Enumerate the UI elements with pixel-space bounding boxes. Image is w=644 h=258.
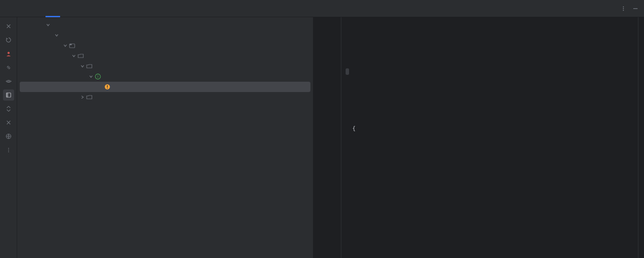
preview-icon[interactable] <box>3 76 14 87</box>
folder-icon <box>86 94 93 101</box>
folder-icon <box>77 52 84 59</box>
svg-text:I: I <box>97 74 99 79</box>
problems-tabbar <box>0 0 644 17</box>
svg-point-4 <box>7 52 9 54</box>
gutter-icons <box>333 17 341 258</box>
svg-point-10 <box>8 150 9 150</box>
code-area[interactable]: { 💡 <box>341 17 638 258</box>
close-icon[interactable] <box>3 21 14 32</box>
svg-point-9 <box>8 148 9 149</box>
chevron-down-icon <box>53 32 60 39</box>
svg-rect-18 <box>107 88 108 89</box>
more-icon[interactable] <box>3 144 14 156</box>
fold-marker[interactable] <box>346 68 349 75</box>
svg-point-1 <box>623 8 624 9</box>
tree-package[interactable] <box>17 51 313 61</box>
svg-rect-7 <box>6 93 8 97</box>
svg-rect-3 <box>633 8 638 9</box>
tab-server-side-analysis[interactable] <box>46 0 60 17</box>
svg-point-5 <box>8 80 9 82</box>
chevron-down-icon <box>62 42 69 49</box>
chevron-down-icon <box>88 73 94 80</box>
tab-project-errors[interactable] <box>33 0 46 17</box>
svg-rect-13 <box>70 44 72 45</box>
svg-point-2 <box>623 9 624 10</box>
tree-category[interactable] <box>17 20 313 30</box>
module-icon <box>69 42 76 49</box>
interface-icon: I <box>94 73 101 80</box>
chevron-down-icon <box>45 22 52 28</box>
user-icon[interactable] <box>3 48 14 59</box>
svg-rect-17 <box>107 85 108 87</box>
chevron-down-icon <box>70 52 77 59</box>
tree-module[interactable] <box>17 40 313 51</box>
collapse-icon[interactable] <box>3 117 14 128</box>
main-area: I { 💡 <box>0 17 644 258</box>
link-icon[interactable] <box>3 62 14 73</box>
export-icon[interactable] <box>3 131 14 142</box>
tab-file[interactable] <box>19 0 33 17</box>
editor-scrollbar[interactable] <box>638 17 644 258</box>
folder-icon <box>86 63 93 70</box>
tree-folder[interactable] <box>17 61 313 71</box>
chevron-down-icon <box>79 63 86 70</box>
tree-issue[interactable] <box>20 82 310 92</box>
problems-tree[interactable]: I <box>17 17 313 258</box>
open-editor-icon[interactable] <box>3 89 14 101</box>
tree-folder[interactable] <box>17 92 313 102</box>
more-options-icon[interactable] <box>618 3 629 14</box>
line-numbers <box>313 17 333 258</box>
tab-problems[interactable] <box>7 0 19 17</box>
svg-point-11 <box>8 151 9 152</box>
tree-inspection[interactable] <box>17 30 313 40</box>
problems-toolbar <box>0 17 17 258</box>
refresh-icon[interactable] <box>3 34 14 46</box>
tree-file[interactable]: I <box>17 71 313 82</box>
expand-icon[interactable] <box>3 103 14 114</box>
tab-vulnerable-dependencies[interactable] <box>60 0 72 17</box>
code-preview: { 💡 <box>313 17 644 258</box>
hide-panel-icon[interactable] <box>630 3 641 14</box>
chevron-right-icon <box>79 94 86 101</box>
svg-point-0 <box>623 6 624 7</box>
warning-icon <box>104 83 111 90</box>
